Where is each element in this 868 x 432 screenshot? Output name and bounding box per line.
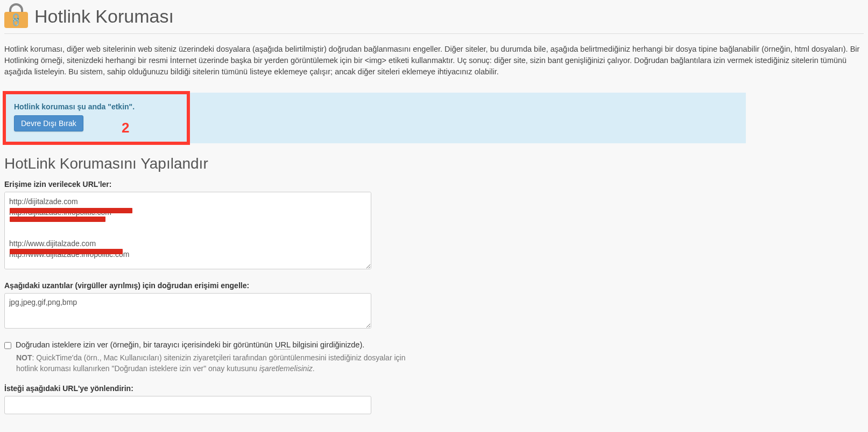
redaction-bar: [10, 208, 132, 213]
allowed-urls-group: Erişime izin verilecek URL'ler:: [4, 180, 864, 271]
note-body: : QuickTime'da (örn., Mac Kullanıcıları)…: [16, 353, 405, 373]
label-text-post: bilgisini girdiğinizde).: [290, 340, 364, 349]
note-em: işaretlemelisiniz: [259, 364, 313, 373]
allow-direct-checkbox[interactable]: [4, 342, 11, 349]
configure-title: HotLink Korumasını Yapılandır: [4, 155, 864, 172]
redirect-input[interactable]: [4, 396, 371, 414]
redirect-label: İsteği aşağıdaki URL'ye yönlendirin:: [4, 384, 864, 393]
redirect-group: İsteği aşağıdaki URL'ye yönlendirin:: [4, 384, 864, 414]
disable-button[interactable]: Devre Dışı Bırak: [14, 115, 83, 131]
allow-direct-label: Doğrudan isteklere izin ver (örneğin, bi…: [16, 340, 364, 349]
block-extensions-textarea[interactable]: [4, 293, 371, 329]
label-url: URL: [275, 340, 290, 350]
allow-direct-note: NOT: QuickTime'da (örn., Mac Kullanıcıla…: [16, 352, 425, 374]
page-header: 🔗 Hotlink Koruması: [4, 4, 864, 34]
page-title: Hotlink Koruması: [34, 6, 174, 27]
label-text-pre: Doğrudan isteklere izin ver (örneğin, bi…: [16, 340, 275, 349]
block-extensions-group: Aşağıdaki uzantılar (virgüller ayrılmış)…: [4, 281, 864, 331]
redaction-bar: [10, 249, 123, 254]
allowed-urls-label: Erişime izin verilecek URL'ler:: [4, 180, 864, 189]
status-alert: 2 Hotlink koruması şu anda "etkin". Devr…: [4, 93, 746, 143]
annotation-number: 2: [122, 120, 129, 136]
block-extensions-label: Aşağıdaki uzantılar (virgüller ayrılmış)…: [4, 281, 864, 290]
note-bold: NOT: [16, 353, 32, 362]
lock-link-icon: 🔗: [4, 4, 28, 28]
direct-requests-group: Doğrudan isteklere izin ver (örneğin, bi…: [4, 340, 864, 374]
allowed-urls-textarea[interactable]: [4, 192, 371, 269]
redaction-bar: [10, 217, 105, 222]
intro-description: Hotlink koruması, diğer web sitelerinin …: [4, 44, 864, 78]
status-text: Hotlink koruması şu anda "etkin".: [14, 102, 736, 111]
